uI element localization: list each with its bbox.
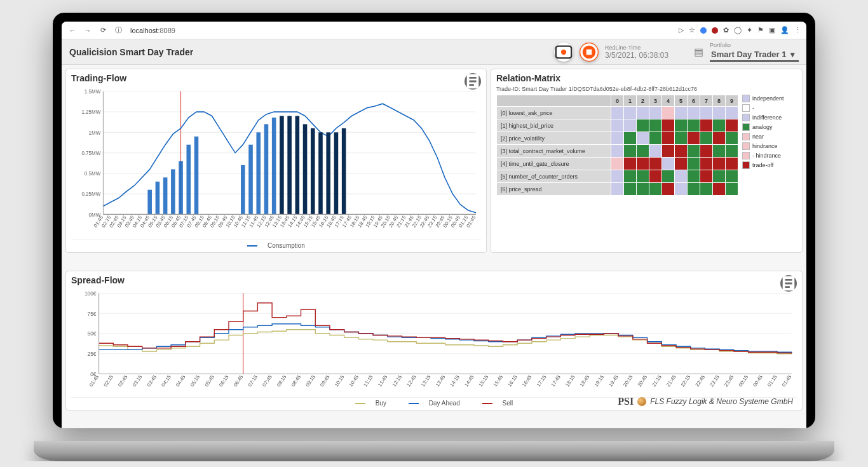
- matrix-cell[interactable]: [688, 119, 700, 132]
- matrix-cell[interactable]: [637, 183, 649, 196]
- matrix-cell[interactable]: [662, 158, 675, 170]
- spread-flow-export-button[interactable]: [780, 275, 797, 292]
- portfolio-select[interactable]: Smart Day Trader 1 ▾: [710, 48, 799, 62]
- matrix-cell[interactable]: [649, 183, 662, 196]
- matrix-cell[interactable]: [611, 158, 624, 170]
- matrix-cell[interactable]: [649, 107, 662, 119]
- svg-text:75€: 75€: [88, 310, 97, 316]
- matrix-cell[interactable]: [637, 132, 649, 145]
- matrix-cell[interactable]: [675, 119, 688, 132]
- svg-text:04:45: 04:45: [175, 374, 187, 388]
- matrix-cell[interactable]: [637, 145, 649, 158]
- matrix-cell[interactable]: [637, 170, 649, 183]
- matrix-cell[interactable]: [662, 183, 675, 196]
- matrix-cell[interactable]: [726, 132, 738, 145]
- matrix-cell[interactable]: [726, 170, 738, 183]
- extension-blue-icon[interactable]: [700, 27, 707, 34]
- matrix-cell[interactable]: [700, 132, 713, 145]
- matrix-cell[interactable]: [688, 107, 700, 119]
- reload-button[interactable]: ⟳: [97, 25, 109, 36]
- forward-button[interactable]: →: [82, 25, 93, 36]
- matrix-cell[interactable]: [662, 107, 675, 119]
- matrix-cell[interactable]: [624, 158, 637, 170]
- extension-puzzle-icon[interactable]: ✦: [747, 26, 752, 34]
- matrix-cell[interactable]: [624, 132, 637, 145]
- matrix-cell[interactable]: [688, 170, 700, 183]
- extension-cast-icon[interactable]: ▣: [769, 26, 775, 34]
- matrix-cell[interactable]: [700, 145, 713, 158]
- matrix-cell[interactable]: [675, 145, 688, 158]
- matrix-cell[interactable]: [649, 158, 662, 170]
- matrix-cell[interactable]: [700, 170, 713, 183]
- info-icon[interactable]: ⓘ: [112, 25, 124, 36]
- matrix-cell[interactable]: [675, 183, 688, 196]
- trading-flow-export-button[interactable]: [465, 73, 481, 90]
- svg-text:17:15: 17:15: [536, 374, 548, 388]
- relation-matrix-table-wrap[interactable]: 0123456789[0] lowest_ask_price[1] highes…: [496, 95, 738, 251]
- matrix-cell[interactable]: [624, 145, 637, 158]
- matrix-cell[interactable]: [649, 119, 662, 132]
- matrix-cell[interactable]: [624, 107, 637, 119]
- matrix-cell[interactable]: [713, 119, 726, 132]
- extension-flag-icon[interactable]: ⚑: [757, 26, 764, 34]
- matrix-cell[interactable]: [637, 158, 649, 170]
- matrix-cell[interactable]: [611, 170, 624, 183]
- matrix-cell[interactable]: [611, 132, 624, 145]
- matrix-cell[interactable]: [611, 107, 624, 119]
- matrix-cell[interactable]: [713, 145, 726, 158]
- matrix-cell[interactable]: [675, 158, 688, 170]
- matrix-cell[interactable]: [637, 119, 649, 132]
- matrix-cell[interactable]: [713, 183, 726, 196]
- matrix-cell[interactable]: [688, 145, 700, 158]
- url-bar[interactable]: localhost:8089: [128, 27, 178, 34]
- matrix-cell[interactable]: [649, 132, 662, 145]
- menu-icon[interactable]: ⋮: [794, 26, 801, 34]
- matrix-cell[interactable]: [611, 119, 624, 132]
- matrix-cell[interactable]: [713, 170, 726, 183]
- back-button[interactable]: ←: [67, 25, 78, 36]
- matrix-cell[interactable]: [713, 158, 726, 170]
- matrix-cell[interactable]: [611, 145, 624, 158]
- matrix-cell[interactable]: [713, 132, 726, 145]
- extension-circle-icon[interactable]: ◯: [734, 26, 742, 34]
- stop-play-button[interactable]: [580, 43, 599, 62]
- extension-red-icon[interactable]: [712, 27, 718, 34]
- matrix-cell[interactable]: [688, 183, 700, 196]
- matrix-cell[interactable]: [637, 107, 649, 119]
- extension-gear-icon[interactable]: ✿: [723, 26, 729, 34]
- matrix-cell[interactable]: [662, 145, 675, 158]
- matrix-cell[interactable]: [688, 132, 700, 145]
- matrix-cell[interactable]: [688, 158, 700, 170]
- matrix-cell[interactable]: [611, 183, 624, 196]
- matrix-cell[interactable]: [624, 183, 637, 196]
- matrix-cell[interactable]: [675, 107, 688, 119]
- legend-consumption: Consumption: [268, 242, 305, 249]
- star-icon[interactable]: ☆: [689, 26, 695, 34]
- matrix-cell[interactable]: [726, 119, 738, 132]
- matrix-cell[interactable]: [649, 170, 662, 183]
- matrix-cell[interactable]: [713, 107, 726, 119]
- matrix-cell[interactable]: [700, 107, 713, 119]
- matrix-cell[interactable]: [662, 132, 675, 145]
- svg-rect-30: [264, 124, 269, 214]
- matrix-cell[interactable]: [662, 119, 675, 132]
- send-icon[interactable]: ▷: [679, 26, 684, 34]
- matrix-cell[interactable]: [700, 119, 713, 132]
- matrix-cell[interactable]: [726, 183, 738, 196]
- matrix-cell[interactable]: [700, 183, 713, 196]
- matrix-cell[interactable]: [675, 132, 688, 145]
- matrix-cell[interactable]: [624, 170, 637, 183]
- matrix-cell[interactable]: [624, 119, 637, 132]
- relation-legend-item: analogy: [742, 123, 797, 131]
- matrix-cell[interactable]: [675, 170, 688, 183]
- matrix-cell[interactable]: [726, 145, 738, 158]
- svg-text:20:45: 20:45: [637, 374, 649, 388]
- calendar-icon[interactable]: ▤: [694, 46, 703, 58]
- record-button[interactable]: [554, 43, 573, 62]
- account-icon[interactable]: 👤: [780, 26, 789, 34]
- matrix-cell[interactable]: [726, 158, 738, 170]
- matrix-cell[interactable]: [662, 170, 675, 183]
- matrix-cell[interactable]: [726, 107, 738, 119]
- matrix-cell[interactable]: [700, 158, 713, 170]
- matrix-cell[interactable]: [649, 145, 662, 158]
